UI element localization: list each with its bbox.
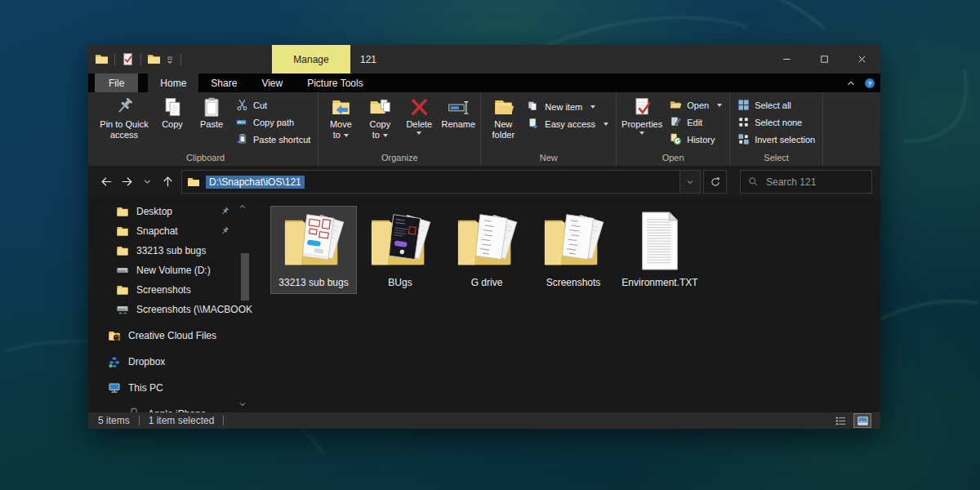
- sidebar-item[interactable]: This PC: [88, 378, 253, 398]
- sidebar-item[interactable]: Creative Cloud Files: [88, 326, 253, 345]
- sidebar-item[interactable]: 33213 sub bugs: [88, 241, 253, 261]
- address-bar[interactable]: D:\Snapchat\iOS\121: [181, 170, 680, 194]
- scroll-down-icon[interactable]: [238, 399, 247, 409]
- collapse-ribbon-icon[interactable]: [845, 78, 857, 89]
- invert-selection-icon: [737, 133, 750, 145]
- select-none-button[interactable]: Select none: [734, 114, 818, 131]
- copy-button[interactable]: Copy: [153, 95, 192, 131]
- file-list: 33213 sub bugsBUgsG driveScreenshotsEnvi…: [253, 198, 880, 412]
- open-button[interactable]: Open: [666, 96, 725, 114]
- pin-icon: [114, 96, 136, 118]
- file-item[interactable]: Environment.TXT: [617, 207, 702, 293]
- history-button[interactable]: History: [666, 131, 725, 148]
- folder-icon: [538, 211, 608, 271]
- dropdown-caret: [590, 105, 595, 109]
- minimize-button[interactable]: [768, 45, 805, 74]
- paste-shortcut-button[interactable]: Paste shortcut: [233, 131, 314, 148]
- thumbnail-view-button[interactable]: [854, 414, 871, 427]
- search-box[interactable]: [740, 170, 872, 194]
- pin-to-quick-access-button[interactable]: Pin to Quick access: [96, 95, 153, 142]
- scroll-up-icon[interactable]: [238, 202, 247, 212]
- sidebar-item-label: Apple iPhone: [148, 408, 206, 412]
- folder-icon[interactable]: [95, 52, 109, 66]
- move-to-button[interactable]: Move to: [321, 95, 360, 142]
- button-label: Delete: [406, 119, 432, 130]
- file-item[interactable]: BUgs: [358, 207, 443, 293]
- delete-x-icon: [408, 96, 430, 118]
- tab-home[interactable]: Home: [148, 74, 198, 92]
- select-all-button[interactable]: Select all: [734, 96, 818, 114]
- forward-button[interactable]: [117, 172, 137, 193]
- properties-icon: [631, 96, 653, 118]
- folder-icon: [452, 211, 522, 271]
- sidebar-item[interactable]: Desktop: [88, 202, 253, 221]
- sidebar-item[interactable]: Screenshots (\\MACBOOK: [88, 300, 253, 319]
- new-item-button[interactable]: New item: [524, 98, 612, 115]
- drive-icon: [116, 264, 129, 277]
- tab-file[interactable]: File: [95, 74, 138, 92]
- properties-button[interactable]: Properties: [619, 95, 665, 136]
- new-folder-icon[interactable]: [147, 52, 161, 66]
- copy-to-button[interactable]: Copy to: [360, 95, 399, 142]
- window-title: 121: [360, 45, 376, 74]
- refresh-button[interactable]: [703, 170, 727, 194]
- minimize-icon: [781, 53, 793, 65]
- tab-picture-tools[interactable]: Picture Tools: [295, 74, 375, 92]
- status-divider: [223, 416, 224, 425]
- toolbar-separator: [180, 54, 181, 65]
- sidebar-list: DesktopSnapchat33213 sub bugsNew Volume …: [88, 202, 253, 412]
- sidebar-item-label: 33213 sub bugs: [136, 245, 206, 256]
- maximize-button[interactable]: [805, 45, 843, 74]
- address-dropdown-button[interactable]: [680, 170, 701, 194]
- button-label: Copy: [162, 119, 183, 130]
- help-icon[interactable]: ?: [864, 78, 875, 89]
- sidebar-item-label: Creative Cloud Files: [128, 330, 216, 341]
- customize-toolbar-icon[interactable]: [165, 55, 175, 65]
- up-button[interactable]: [158, 172, 178, 193]
- file-item[interactable]: Screenshots: [531, 207, 616, 293]
- new-folder-button[interactable]: New folder: [483, 95, 523, 142]
- tab-share[interactable]: Share: [198, 74, 249, 92]
- move-to-icon: [330, 96, 352, 118]
- cut-button[interactable]: Cut: [233, 96, 314, 114]
- sidebar-item-label: Screenshots: [136, 284, 191, 296]
- search-icon: [748, 176, 759, 187]
- delete-button[interactable]: Delete: [399, 95, 439, 136]
- refresh-icon: [710, 176, 721, 188]
- invert-selection-button[interactable]: Invert selection: [734, 131, 818, 148]
- paste-button[interactable]: Paste: [192, 95, 231, 131]
- button-label: New folder: [487, 119, 519, 140]
- edit-icon: [670, 116, 682, 128]
- folder-side-icon: [116, 283, 129, 296]
- new-item-icon: [528, 100, 540, 113]
- ribbon-group-organize: Move to Copy to Delete Rename Organize: [318, 92, 481, 166]
- file-item-label: BUgs: [388, 277, 412, 288]
- search-input[interactable]: [764, 176, 864, 189]
- edit-button[interactable]: Edit: [666, 114, 725, 131]
- sidebar-item[interactable]: Dropbox: [88, 352, 253, 372]
- sidebar-scrollbar[interactable]: [241, 253, 249, 301]
- sidebar-item[interactable]: Apple iPhone: [88, 404, 253, 412]
- tab-view[interactable]: View: [249, 74, 295, 92]
- sidebar-item[interactable]: Snapchat: [88, 221, 253, 241]
- svg-text:?: ?: [868, 79, 872, 87]
- file-item[interactable]: 33213 sub bugs: [271, 207, 356, 293]
- ribbon-group-clipboard: Pin to Quick access Copy Paste Cut: [93, 92, 318, 166]
- address-path[interactable]: D:\Snapchat\iOS\121: [206, 176, 305, 189]
- back-button[interactable]: [96, 172, 117, 193]
- sidebar-item-label: Desktop: [136, 206, 172, 217]
- recent-locations-button[interactable]: [137, 172, 158, 193]
- rename-button[interactable]: Rename: [439, 95, 478, 131]
- chevron-down-icon: [142, 176, 153, 187]
- button-label: Properties: [621, 119, 662, 130]
- netdrive-icon: [116, 303, 129, 316]
- details-view-button[interactable]: [832, 414, 849, 427]
- properties-icon[interactable]: [121, 52, 135, 66]
- file-item[interactable]: G drive: [444, 207, 529, 293]
- copy-path-button[interactable]: Copy path: [233, 114, 314, 131]
- close-button[interactable]: [843, 45, 880, 74]
- sidebar-item[interactable]: Screenshots: [88, 280, 253, 300]
- easy-access-button[interactable]: Easy access: [524, 115, 612, 132]
- contextual-tab-manage[interactable]: Manage: [272, 45, 350, 74]
- sidebar-item[interactable]: New Volume (D:): [88, 261, 253, 280]
